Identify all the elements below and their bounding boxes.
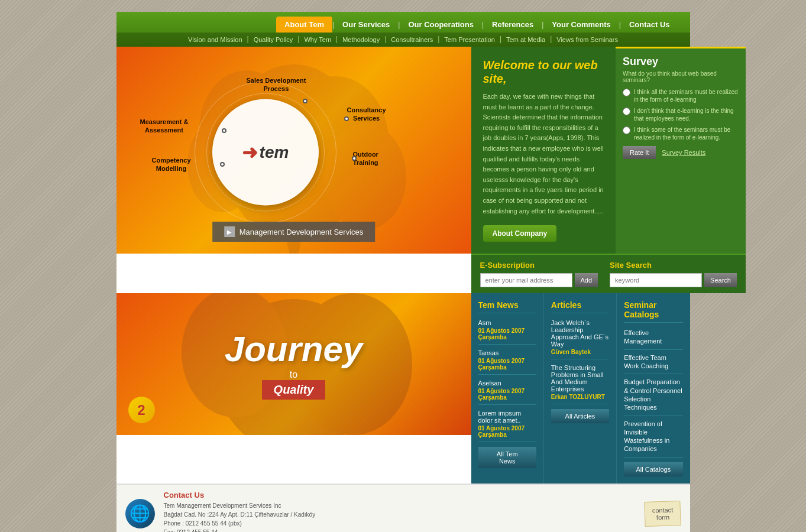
- news-item-2[interactable]: Tansas 01 Ağustos 2007 Çarşamba: [478, 349, 536, 375]
- nav-your-comments[interactable]: Your Comments: [543, 17, 619, 33]
- journey-to: to: [225, 369, 362, 380]
- tem-news-col: Tem News Asm 01 Ağustos 2007 Çarşamba Ta…: [471, 293, 544, 484]
- news-item-2-title: Tansas: [478, 349, 536, 356]
- diagram-section: ➜ tem Sales DevelopmentProcess Consultan…: [116, 47, 471, 254]
- news-item-4[interactable]: Lorem impsum dolor sit amet.. 01 Ağustos…: [478, 410, 536, 442]
- subscription-label: E-Subscription: [480, 261, 598, 270]
- contact-form-note[interactable]: contactform: [644, 501, 681, 527]
- subscription-input-row: Add: [480, 273, 598, 287]
- survey-results-link[interactable]: Survey Results: [662, 149, 705, 156]
- dot-outdoor: [352, 156, 357, 161]
- survey-actions: Rate It Survey Results: [623, 146, 739, 159]
- article-item-2[interactable]: The Structuring Problems in Small And Me…: [551, 364, 609, 404]
- nav-sub: Vision and Mission | Quality Policy | Wh…: [116, 33, 690, 47]
- dot-measurement: [222, 128, 226, 133]
- nav-contact-us[interactable]: Contact Us: [621, 17, 678, 33]
- sub-sep-3: |: [336, 35, 338, 44]
- nav-our-services[interactable]: Our Services: [334, 17, 398, 33]
- service-consultancy: ConsultancyServices: [347, 106, 386, 123]
- header: About Tem | Our Services | Our Cooperati…: [116, 12, 690, 47]
- contact-form-text: contactform: [652, 506, 674, 521]
- nav-references[interactable]: References: [484, 17, 542, 33]
- survey-option-2-text: I don't think that e-learning is the thi…: [634, 107, 739, 122]
- search-button[interactable]: Search: [704, 273, 737, 287]
- all-articles-button[interactable]: All Articles: [551, 409, 609, 423]
- survey-option-1: I think all the seminars must be realize…: [623, 88, 739, 103]
- survey-option-3: I think some of the seminars must be rea…: [623, 126, 739, 141]
- article-item-1[interactable]: Jack Welch`s Leadership Approach And GE`…: [551, 319, 609, 359]
- dot-consultancy: [344, 116, 349, 121]
- catalog-item-4[interactable]: Prevention of Invisible Wastefulness in …: [624, 420, 682, 458]
- sub-quality-policy[interactable]: Quality Policy: [250, 35, 297, 44]
- contact-info: Contact Us Tem Management Development Se…: [164, 491, 316, 532]
- journey-section: Journey to Quality 2: [116, 293, 471, 435]
- news-item-1[interactable]: Asm 01 Ağustos 2007 Çarşamba: [478, 319, 536, 345]
- sub-views-seminars[interactable]: Views from Seminars: [553, 35, 622, 44]
- management-label: Management Development Services: [239, 228, 364, 236]
- news-item-4-date: 01 Ağustos 2007 Çarşamba: [478, 425, 536, 438]
- management-bar: ▶ Management Development Services: [212, 222, 376, 242]
- nav-top: About Tem | Our Services | Our Cooperati…: [116, 12, 690, 33]
- sub-vision-mission[interactable]: Vision and Mission: [184, 35, 246, 44]
- svg-point-5: [323, 124, 406, 230]
- service-measurement: Measurement &Assessment: [140, 118, 189, 135]
- news-item-2-date: 01 Ağustos 2007 Çarşamba: [478, 358, 536, 371]
- right-column: Welcome to our web site, Each day, we fa…: [471, 47, 746, 293]
- survey-option-3-text: I think some of the seminars must be rea…: [634, 126, 739, 141]
- quality-badge: Quality: [262, 380, 326, 400]
- survey-radio-3[interactable]: [623, 126, 630, 134]
- news-section: Tem News Asm 01 Ağustos 2007 Çarşamba Ta…: [471, 293, 690, 484]
- logo-circle: ➜ tem: [212, 99, 319, 206]
- sub-sep-1: |: [247, 35, 249, 44]
- survey-panel: Survey What do you think about web based…: [616, 47, 746, 254]
- welcome-title: Welcome to our web site,: [483, 59, 604, 86]
- tem-news-title: Tem News: [478, 300, 536, 313]
- play-button[interactable]: ▶: [224, 226, 235, 237]
- dot-competency: [220, 162, 225, 167]
- catalogs-title: Seminar Catalogs: [624, 300, 682, 323]
- search-input[interactable]: [610, 273, 702, 287]
- tem-logo: ➜ tem: [242, 141, 289, 164]
- journey-text: Journey to Quality: [225, 329, 362, 400]
- sub-tem-at-media[interactable]: Tem at Media: [503, 35, 549, 44]
- contact-address: Bağdat Cad. No :224 Ay Apt. D:11 Çifteha…: [164, 510, 316, 519]
- survey-radio-2[interactable]: [623, 108, 630, 115]
- sub-sep-6: |: [500, 35, 501, 44]
- catalogs-col: Seminar Catalogs Effective Management Ef…: [617, 293, 690, 484]
- contact-company: Tem Management Development Services Inc: [164, 501, 316, 510]
- about-company-button[interactable]: About Company: [483, 225, 557, 242]
- contact-fax: Fax: 0212 455 55 44: [164, 528, 316, 532]
- news-item-1-date: 01 Ağustos 2007 Çarşamba: [478, 327, 536, 340]
- news-item-3[interactable]: Aselsan 01 Ağustos 2007 Çarşamba: [478, 379, 536, 405]
- catalog-item-2[interactable]: Effective Team Work Coaching: [624, 353, 682, 375]
- content-area: ➜ tem Sales DevelopmentProcess Consultan…: [116, 47, 690, 293]
- welcome-section: Welcome to our web site, Each day, we fa…: [471, 47, 616, 254]
- sub-consultrainers[interactable]: Consultrainers: [387, 35, 436, 44]
- sub-methodology[interactable]: Methodology: [339, 35, 383, 44]
- subscription-section: E-Subscription Add: [480, 261, 598, 287]
- catalog-item-1[interactable]: Effective Management: [624, 329, 682, 350]
- all-tem-news-button[interactable]: All Tem News: [478, 447, 536, 468]
- news-item-4-title: Lorem impsum dolor sit amet..: [478, 410, 536, 424]
- sub-sep-4: |: [384, 35, 386, 44]
- rate-button[interactable]: Rate It: [623, 146, 656, 159]
- article-2-author: Erkan TOZLUYURT: [551, 394, 609, 400]
- number-badge: 2: [128, 397, 155, 423]
- catalog-item-3[interactable]: Budget Preparation & Control Personnel S…: [624, 378, 682, 416]
- survey-radio-1[interactable]: [623, 89, 630, 96]
- nav-about-tem[interactable]: About Tem: [276, 17, 332, 33]
- all-catalogs-button[interactable]: All Catalogs: [624, 462, 682, 476]
- bottom-section: Journey to Quality 2 Tem News Asm 01 Ağu…: [116, 293, 690, 484]
- articles-col: Articles Jack Welch`s Leadership Approac…: [544, 293, 617, 484]
- contact-phone: Phone : 0212 455 55 44 (pbx): [164, 519, 316, 528]
- email-input[interactable]: [480, 273, 572, 287]
- nav-our-cooperations[interactable]: Our Cooperations: [400, 17, 482, 33]
- sub-why-tem[interactable]: Why Tem: [300, 35, 335, 44]
- tem-news-footer: All Tem News: [478, 447, 536, 468]
- catalogs-footer: All Catalogs: [624, 462, 682, 476]
- article-2-title: The Structuring Problems in Small And Me…: [551, 364, 609, 392]
- survey-option-1-text: I think all the seminars must be realize…: [634, 88, 739, 103]
- sub-tem-presentation[interactable]: Tem Presentation: [441, 35, 499, 44]
- add-button[interactable]: Add: [575, 273, 598, 287]
- articles-title: Articles: [551, 300, 609, 313]
